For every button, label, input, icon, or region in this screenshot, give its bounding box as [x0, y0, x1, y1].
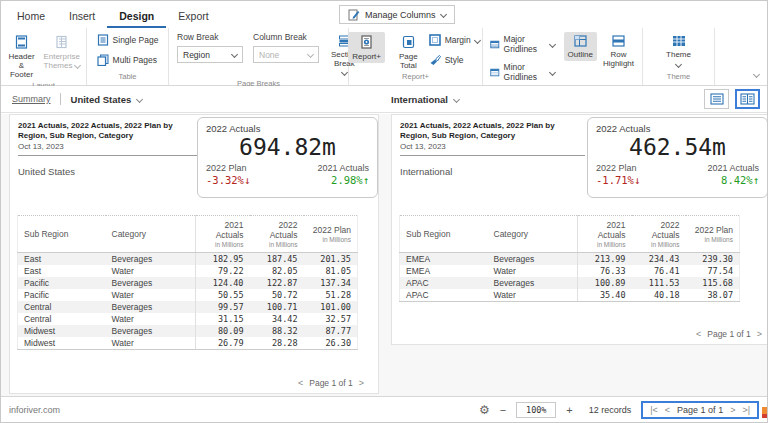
table-row: EastWater79.2282.0581.05 [18, 265, 358, 277]
last-page-icon[interactable]: >| [742, 405, 750, 415]
cell-text: Water [106, 289, 196, 301]
table-row: PacificWater50.5550.7251.28 [18, 289, 358, 301]
group-page-breaks: Row Break Region Column Break None Secti… [169, 28, 349, 85]
cell-text: Pacific [18, 289, 106, 301]
table-row: CentralBeverages99.57100.71101.00 [18, 301, 358, 313]
cell-text: Beverages [106, 253, 196, 266]
page-selector-united-states[interactable]: United States [71, 94, 143, 105]
report-title: 2021 Actuals, 2022 Actuals, 2022 Plan by… [18, 121, 203, 141]
cell-text: EMEA [400, 265, 488, 277]
col-header-2022-plan: 2022 Planin Millions [304, 216, 358, 253]
page-pager[interactable]: < Page 1 of 1 > [696, 329, 762, 339]
page-header: 2021 Actuals, 2022 Actuals, 2022 Plan by… [10, 115, 378, 203]
next-page-icon[interactable]: > [359, 378, 364, 388]
chevron-down-icon [453, 95, 460, 102]
table-row: APACBeverages100.89111.53115.68 [400, 277, 740, 289]
status-bar: inforiver.com ⚙ − 100% + 12 records |< <… [1, 396, 767, 422]
cell-number: 100.71 [250, 301, 304, 313]
cell-text: Water [106, 337, 196, 350]
table-header-row: Sub Region Category 2021 Actualsin Milli… [400, 216, 740, 253]
gear-icon[interactable]: ⚙ [479, 403, 490, 417]
divider [60, 93, 61, 105]
kpi-value: 694.82m [206, 134, 369, 160]
chevron-down-icon [307, 51, 314, 58]
page-total-button[interactable]: Page Total [395, 32, 422, 72]
zoom-in-button[interactable]: + [566, 404, 572, 416]
enterprise-themes-button[interactable]: Enterprise Themes [41, 32, 83, 72]
tab-home[interactable]: Home [5, 3, 57, 28]
tab-export[interactable]: Export [166, 3, 220, 28]
cell-text: EMEA [400, 253, 488, 266]
group-caption: Theme [643, 72, 714, 85]
cell-number: 28.28 [250, 337, 304, 350]
tab-insert[interactable]: Insert [57, 3, 107, 28]
minor-gridlines-icon [490, 67, 500, 78]
cell-number: 124.40 [196, 277, 250, 289]
manage-columns-button[interactable]: Manage Columns [339, 5, 455, 24]
row-highlight-button[interactable]: Row Highlight [599, 32, 638, 70]
column-break-label: Column Break [253, 32, 319, 42]
table-row: EMEAWater76.3376.4177.54 [400, 265, 740, 277]
single-page-view-button[interactable] [704, 89, 729, 109]
cell-number: 111.53 [632, 277, 686, 289]
row-break-label: Row Break [177, 32, 243, 42]
kpi-prev-delta: 8.42%↑ [707, 174, 759, 186]
zoom-level-input[interactable]: 100% [516, 402, 556, 418]
table-header-row: Sub Region Category 2021 Actualsin Milli… [18, 216, 358, 253]
column-break-select[interactable]: None [253, 46, 319, 63]
col-header-sub-region: Sub Region [400, 216, 488, 253]
style-button[interactable]: Style [426, 52, 483, 68]
cell-text: Central [18, 313, 106, 325]
cell-number: 182.95 [196, 253, 250, 266]
page-selector-international[interactable]: International [391, 94, 459, 105]
kpi-plan-label: 2022 Plan [596, 163, 640, 173]
cell-text: Beverages [488, 277, 578, 289]
prev-page-icon[interactable]: < [298, 378, 303, 388]
margin-button[interactable]: Margin [426, 32, 483, 48]
single-page-button[interactable]: Single Page [94, 32, 162, 48]
cell-number: 38.07 [686, 289, 740, 302]
chevron-down-icon [548, 68, 555, 75]
header-footer-button[interactable]: Header & Footer [4, 32, 38, 81]
cell-number: 79.22 [196, 265, 250, 277]
cell-number: 40.18 [632, 289, 686, 302]
cell-number: 76.33 [578, 265, 632, 277]
next-page-icon[interactable]: > [730, 405, 735, 415]
cell-text: Water [106, 265, 196, 277]
chevron-down-icon [474, 36, 481, 43]
page-total-icon [402, 35, 415, 49]
group-display: Major Gridlines Minor Gridlines Outline … [483, 28, 643, 85]
report-plus-button[interactable]: Report+ [348, 32, 385, 63]
cell-number: 234.43 [632, 253, 686, 266]
row-break-select[interactable]: Region [177, 46, 243, 63]
multi-pages-button[interactable]: Multi Pages [94, 52, 162, 68]
prev-page-icon[interactable]: < [665, 405, 670, 415]
cell-number: 101.00 [304, 301, 358, 313]
prev-page-icon[interactable]: < [696, 329, 701, 339]
enterprise-themes-icon [55, 35, 68, 49]
page-header: 2021 Actuals, 2022 Actuals, 2022 Plan by… [392, 115, 768, 203]
kpi-card: 2022 Actuals 462.54m 2022 Plan -1.71%↓ 2… [587, 117, 768, 198]
report-canvas: 2021 Actuals, 2022 Actuals, 2022 Plan by… [1, 114, 767, 396]
page-pager[interactable]: < Page 1 of 1 > [298, 378, 364, 388]
minor-gridlines-button[interactable]: Minor Gridlines [487, 60, 558, 84]
zoom-out-button[interactable]: − [500, 404, 506, 416]
group-layout: Header & Footer Enterprise Themes Layout [1, 28, 87, 85]
col-header-2021-actuals: 2021 Actualsin Millions [196, 216, 250, 253]
cell-number: 51.28 [304, 289, 358, 301]
multi-page-view-button[interactable] [735, 89, 760, 109]
major-gridlines-button[interactable]: Major Gridlines [487, 32, 558, 56]
table-row: CentralWater31.1534.4232.57 [18, 313, 358, 325]
cell-number: 26.30 [304, 337, 358, 350]
outline-button[interactable]: Outline [564, 32, 597, 61]
first-page-icon[interactable]: |< [650, 405, 658, 415]
clipped-logo [762, 407, 767, 414]
col-header-2022-plan: 2022 Planin Millions [686, 216, 740, 253]
ribbon: Header & Footer Enterprise Themes Layout… [1, 28, 767, 86]
theme-button[interactable]: Theme [659, 32, 699, 69]
next-page-icon[interactable]: > [757, 329, 762, 339]
cell-number: 187.45 [250, 253, 304, 266]
view-toggle-group [704, 89, 760, 109]
tab-design[interactable]: Design [107, 3, 166, 28]
summary-link[interactable]: Summary [12, 94, 51, 104]
